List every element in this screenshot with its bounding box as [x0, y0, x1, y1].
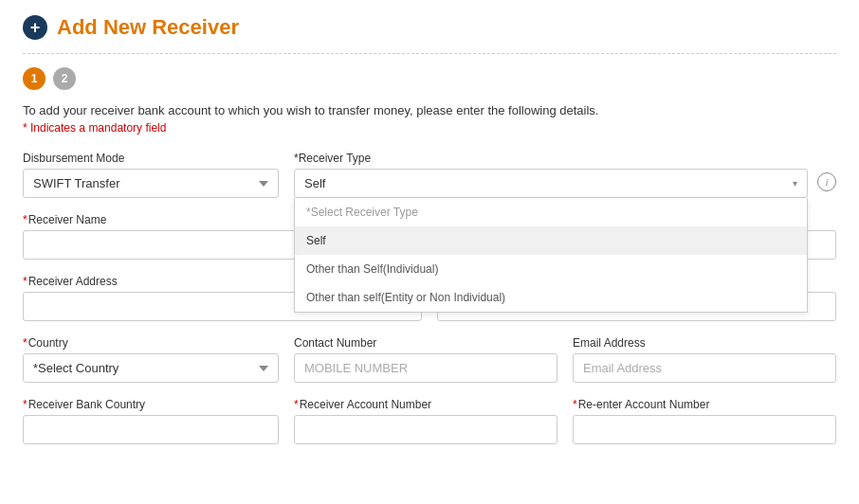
description-text: To add your receiver bank account to whi…: [23, 103, 836, 117]
receiver-account-number-input[interactable]: [294, 415, 557, 444]
receiver-type-label: *Receiver Type: [294, 152, 808, 165]
dropdown-arrow-icon: ▾: [793, 178, 797, 189]
divider: [23, 53, 836, 54]
receiver-type-group: *Receiver Type Self ▾ *Select Receiver T…: [294, 152, 808, 198]
add-icon: +: [23, 15, 47, 40]
country-select[interactable]: *Select Country: [23, 353, 279, 383]
receiver-bank-country-group: Receiver Bank Country: [23, 398, 279, 444]
receiver-type-option-placeholder[interactable]: *Select Receiver Type: [295, 198, 807, 226]
receiver-type-display[interactable]: Self ▾: [294, 169, 808, 198]
page-header: + Add New Receiver: [23, 15, 836, 40]
country-group: Country *Select Country: [23, 336, 279, 383]
receiver-type-option-entity[interactable]: Other than self(Entity or Non Individual…: [295, 283, 807, 312]
receiver-bank-country-input[interactable]: [23, 415, 279, 444]
form-row-4: Country *Select Country Contact Number E…: [23, 336, 836, 383]
contact-number-label: Contact Number: [294, 336, 557, 350]
form-row-5: Receiver Bank Country Receiver Account N…: [23, 398, 836, 444]
page-container: + Add New Receiver 1 2 To add your recei…: [0, 0, 859, 478]
mandatory-note: * Indicates a mandatory field: [23, 121, 836, 135]
receiver-type-option-self[interactable]: Self: [295, 226, 807, 255]
receiver-type-dropdown[interactable]: Self ▾ *Select Receiver Type Self Other …: [294, 169, 808, 198]
receiver-type-section: *Receiver Type Self ▾ *Select Receiver T…: [294, 152, 836, 198]
disbursement-mode-group: Disbursement Mode SWIFT Transfer: [23, 152, 279, 198]
receiver-account-number-label: Receiver Account Number: [294, 398, 557, 411]
form-row-1: Disbursement Mode SWIFT Transfer *Receiv…: [23, 152, 836, 198]
email-address-label: Email Address: [573, 336, 836, 350]
page-title: Add New Receiver: [57, 15, 239, 40]
receiver-account-number-group: Receiver Account Number: [294, 398, 557, 444]
email-address-input[interactable]: [573, 353, 836, 383]
disbursement-mode-label: Disbursement Mode: [23, 152, 279, 165]
country-label: Country: [23, 336, 279, 350]
receiver-bank-country-label: Receiver Bank Country: [23, 398, 279, 411]
email-address-group: Email Address: [573, 336, 836, 383]
re-enter-account-number-label: Re-enter Account Number: [573, 398, 836, 411]
disbursement-mode-select[interactable]: SWIFT Transfer: [23, 169, 279, 198]
receiver-type-value: Self: [304, 176, 325, 190]
contact-number-input[interactable]: [294, 353, 557, 383]
step-2-badge[interactable]: 2: [53, 67, 76, 90]
receiver-type-menu: *Select Receiver Type Self Other than Se…: [294, 198, 808, 313]
step-indicators: 1 2: [23, 67, 836, 90]
receiver-type-option-individual[interactable]: Other than Self(Individual): [295, 255, 807, 283]
step-1-badge[interactable]: 1: [23, 67, 46, 90]
info-icon[interactable]: i: [817, 172, 836, 191]
re-enter-account-number-input[interactable]: [573, 415, 836, 444]
re-enter-account-number-group: Re-enter Account Number: [573, 398, 836, 444]
contact-number-group: Contact Number: [294, 336, 557, 383]
